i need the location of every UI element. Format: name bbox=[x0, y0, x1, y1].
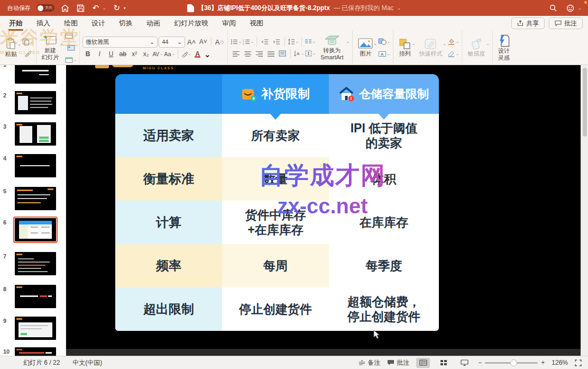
reset-slide-icon[interactable] bbox=[65, 43, 77, 53]
slide-sorter-view-button[interactable] bbox=[437, 358, 451, 368]
statusbar-comments-button[interactable]: 批注 bbox=[387, 358, 409, 367]
highlight-pen-icon[interactable]: ⌄ bbox=[181, 49, 191, 59]
vertical-scrollbar[interactable] bbox=[581, 65, 588, 356]
zoom-percentage[interactable]: 126% bbox=[552, 359, 568, 366]
subscript-button[interactable]: x₂ bbox=[141, 49, 151, 59]
slide-thumbnail-3[interactable] bbox=[15, 122, 56, 146]
paste-chevron-icon[interactable]: ⌄ bbox=[17, 42, 21, 47]
font-name-select[interactable]: 微软雅黑 ⌄ bbox=[82, 37, 158, 48]
clear-formatting-icon[interactable]: A◇ bbox=[214, 37, 225, 47]
character-spacing-button[interactable]: AV⌄ bbox=[152, 49, 163, 59]
redo-icon[interactable]: ↻ bbox=[112, 3, 122, 13]
slide-thumbnail-1[interactable] bbox=[15, 65, 56, 84]
shape-outline-icon[interactable]: ⌄ bbox=[447, 49, 459, 59]
slide-thumbnail-4[interactable] bbox=[15, 154, 56, 177]
increase-font-icon[interactable]: A˄ bbox=[186, 37, 197, 47]
zoom-slider[interactable] bbox=[485, 362, 538, 364]
format-painter-icon[interactable] bbox=[22, 49, 33, 59]
share-button[interactable]: 共享 bbox=[511, 17, 545, 29]
distribute-text-icon[interactable] bbox=[277, 49, 288, 59]
sensitivity-button[interactable]: 敏感度 bbox=[465, 38, 488, 58]
normal-view-button[interactable] bbox=[416, 358, 430, 368]
new-slide-chevron-icon[interactable]: ⌄ bbox=[60, 41, 64, 46]
slide-thumbnail-6-selected[interactable] bbox=[15, 218, 56, 241]
justify-icon[interactable] bbox=[265, 49, 276, 59]
arrange-button[interactable]: 排列 bbox=[396, 38, 414, 58]
superscript-button[interactable]: x² bbox=[129, 49, 140, 59]
smiley-chevron-icon[interactable]: ⌄ bbox=[578, 6, 582, 11]
underline-button[interactable]: U bbox=[106, 49, 116, 59]
smartart-chevron-icon[interactable]: ⌄ bbox=[346, 39, 350, 44]
strikethrough-button[interactable]: ab bbox=[117, 49, 128, 59]
language-indicator[interactable]: 中文(中国) bbox=[72, 358, 102, 367]
copy-icon[interactable]: ⌄ bbox=[22, 37, 33, 47]
design-ideas-button[interactable]: 设计 灵感 bbox=[495, 34, 512, 61]
undo-chevron-icon[interactable]: ⌄ bbox=[103, 6, 106, 11]
slide-layout-icon[interactable]: ⌄ bbox=[65, 31, 77, 41]
shapes-icon[interactable]: ⌄ bbox=[378, 37, 390, 47]
save-icon[interactable] bbox=[76, 3, 85, 13]
decrease-font-icon[interactable]: A˅ bbox=[198, 37, 208, 47]
zoom-in-icon[interactable]: + bbox=[541, 359, 545, 366]
bullet-list-icon[interactable]: ⌄ bbox=[231, 37, 242, 47]
tab-review[interactable]: 审阅 bbox=[222, 16, 236, 31]
undo-icon[interactable]: ↶ bbox=[91, 3, 100, 13]
tab-animations[interactable]: 动画 bbox=[146, 16, 161, 31]
zoom-slider-knob[interactable] bbox=[510, 359, 517, 366]
tab-insert[interactable]: 插入 bbox=[36, 16, 51, 31]
tab-slideshow[interactable]: 幻灯片放映 bbox=[173, 16, 209, 31]
fit-slide-icon[interactable] bbox=[575, 359, 582, 366]
tab-transitions[interactable]: 切换 bbox=[118, 16, 133, 31]
picture-chevron-icon[interactable]: ⌄ bbox=[373, 41, 377, 46]
slide-thumbnail-9[interactable] bbox=[15, 317, 56, 340]
autosave-toggle[interactable]: 关闭 bbox=[36, 4, 54, 12]
home-icon[interactable] bbox=[60, 3, 70, 13]
toolbar-overflow-icon[interactable]: ▾ bbox=[124, 6, 126, 11]
comments-button[interactable]: 批注 bbox=[549, 17, 583, 29]
align-center-icon[interactable] bbox=[242, 49, 253, 59]
align-text-icon[interactable]: ⌄ bbox=[305, 49, 316, 59]
scrollbar-thumb[interactable] bbox=[583, 68, 587, 137]
zoom-out-icon[interactable]: − bbox=[478, 359, 482, 366]
quick-styles-button[interactable]: 快速样式 bbox=[417, 38, 445, 58]
slide-canvas[interactable]: MIGU CLASS 补货限制 ! 仓储容量限制 适用卖家 所有卖家 IPI 低… bbox=[66, 65, 581, 356]
tab-home[interactable]: 开始 bbox=[8, 16, 23, 31]
change-case-button[interactable]: Aa⌄ bbox=[164, 49, 174, 59]
section-icon[interactable]: ⌄ bbox=[65, 55, 77, 65]
numbered-list-icon[interactable]: 123 ⌄ bbox=[243, 37, 254, 47]
tab-design[interactable]: 设计 bbox=[91, 16, 106, 31]
slide-thumbnail-5[interactable] bbox=[15, 187, 56, 210]
align-right-icon[interactable] bbox=[254, 49, 264, 59]
text-direction-icon[interactable]: A⌄ bbox=[293, 49, 304, 59]
quick-styles-chevron-icon[interactable]: ⌄ bbox=[443, 41, 447, 46]
shape-fill-icon[interactable]: ⌄ bbox=[447, 37, 459, 47]
font-size-select[interactable]: 44 ⌄ bbox=[159, 37, 185, 48]
increase-indent-icon[interactable] bbox=[271, 37, 282, 47]
paste-button[interactable]: 粘贴 bbox=[3, 37, 20, 58]
slide-thumbnail-7[interactable] bbox=[15, 252, 56, 275]
font-color-button[interactable]: A bbox=[192, 49, 203, 59]
line-spacing-icon[interactable]: ⌄ bbox=[288, 37, 299, 47]
search-icon[interactable] bbox=[548, 3, 558, 13]
slide-thumbnail-8[interactable] bbox=[15, 285, 56, 308]
slide-thumbnail-2[interactable] bbox=[15, 91, 56, 114]
migu-logo: MIGU CLASS bbox=[95, 65, 212, 71]
font-color-chevron-icon[interactable]: ⌄ bbox=[204, 49, 211, 59]
new-slide-button[interactable]: 新建 幻灯片 bbox=[39, 34, 62, 61]
picture-button[interactable]: 图片 bbox=[355, 38, 375, 58]
italic-button[interactable]: I bbox=[94, 49, 105, 59]
decrease-indent-icon[interactable] bbox=[260, 37, 270, 47]
slide-thumbnail-10[interactable] bbox=[15, 347, 56, 356]
notes-button[interactable]: 备注 bbox=[359, 358, 380, 367]
convert-smartart-button[interactable]: 转换为 SmartArt bbox=[318, 34, 346, 61]
bold-button[interactable]: B bbox=[82, 49, 93, 59]
columns-icon[interactable]: ⌄ bbox=[305, 37, 316, 47]
arrange-chevron-icon[interactable]: ⌄ bbox=[412, 41, 416, 46]
slideshow-view-button[interactable] bbox=[457, 358, 471, 368]
tab-view[interactable]: 视图 bbox=[249, 16, 264, 31]
text-box-icon[interactable]: A ⌄ bbox=[378, 49, 390, 59]
sensitivity-chevron-icon[interactable]: ⌄ bbox=[486, 41, 490, 46]
feedback-smiley-icon[interactable] bbox=[565, 3, 575, 13]
align-left-icon[interactable] bbox=[231, 49, 241, 59]
tab-draw[interactable]: 绘图 bbox=[63, 16, 78, 31]
